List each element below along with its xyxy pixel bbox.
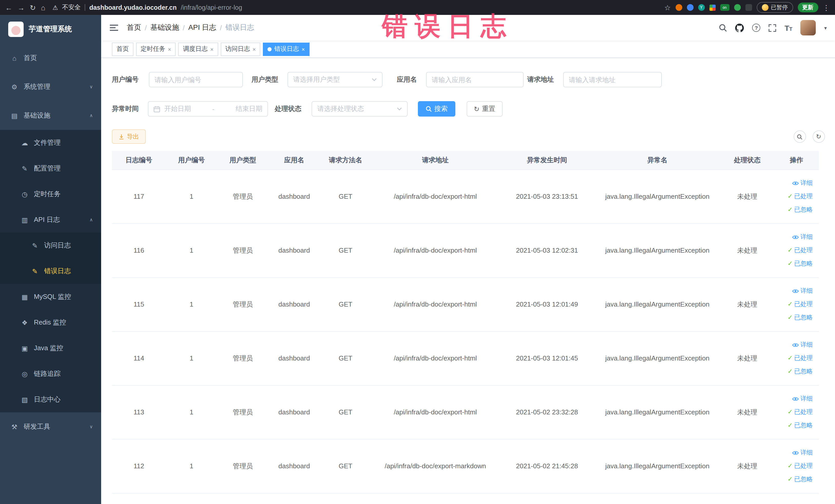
extensions-puzzle-icon[interactable] bbox=[745, 4, 752, 11]
processed-link[interactable]: ✓已处理 bbox=[788, 244, 813, 257]
document-icon: ✎ bbox=[31, 242, 39, 249]
detail-link[interactable]: 详细 bbox=[792, 338, 813, 351]
user-id-input[interactable] bbox=[155, 76, 237, 83]
tab-scheduled-tasks[interactable]: 定时任务 × bbox=[136, 42, 176, 56]
github-icon[interactable] bbox=[735, 23, 744, 32]
date-range-picker[interactable]: 开始日期 - 结束日期 bbox=[148, 101, 268, 117]
tab-dispatch-log[interactable]: 调度日志 × bbox=[178, 42, 218, 56]
app-name-input[interactable] bbox=[432, 76, 518, 83]
security-label[interactable]: 不安全 bbox=[62, 3, 81, 12]
close-icon[interactable]: × bbox=[210, 46, 213, 52]
extension-icon-teal[interactable]: Y bbox=[698, 4, 705, 11]
back-icon[interactable]: ← bbox=[5, 4, 12, 11]
sidebar-item-api-logs[interactable]: ▥ API 日志 ∧ bbox=[0, 207, 101, 233]
profile-paused-chip[interactable]: 已暂停 bbox=[756, 2, 793, 13]
search-button[interactable]: 搜索 bbox=[418, 101, 455, 117]
sidebar-item-error-log[interactable]: ✎ 错误日志 bbox=[0, 258, 101, 284]
request-url-field[interactable] bbox=[563, 72, 662, 87]
font-size-icon[interactable]: TT bbox=[785, 23, 792, 32]
processed-link[interactable]: ✓已处理 bbox=[788, 460, 813, 472]
tab-error-log[interactable]: 错误日志 × bbox=[263, 42, 309, 56]
chevron-up-icon: ∧ bbox=[89, 113, 93, 118]
processed-link[interactable]: ✓已处理 bbox=[788, 352, 813, 365]
extension-icon-orange[interactable] bbox=[675, 4, 682, 11]
forward-icon[interactable]: → bbox=[18, 4, 25, 11]
hamburger-icon[interactable] bbox=[109, 24, 119, 31]
toggle-search-button[interactable] bbox=[793, 130, 806, 143]
tab-home[interactable]: 首页 bbox=[112, 42, 134, 56]
url-path[interactable]: /infra/log/api-error-log bbox=[181, 4, 242, 11]
sidebar-item-home[interactable]: ⌂ 首页 bbox=[0, 44, 101, 73]
ignored-link[interactable]: ✓已忽略 bbox=[788, 257, 813, 270]
sidebar-item-dev-tools[interactable]: ⚒ 研发工具 ∨ bbox=[0, 412, 101, 441]
reload-icon[interactable]: ↻ bbox=[30, 4, 36, 11]
col-method: 请求方法名 bbox=[320, 151, 371, 169]
infrastructure-submenu: ☁ 文件管理 ✎ 配置管理 ◷ 定时任务 ▥ API 日志 ∧ ✎ bbox=[0, 130, 101, 412]
filter-row-2: 异常时间 开始日期 - 结束日期 处理状态 请选择处理状态 搜索 bbox=[112, 101, 835, 117]
infrastructure-icon: ▤ bbox=[10, 112, 19, 119]
processed-link[interactable]: ✓已处理 bbox=[788, 298, 813, 311]
database-icon: ▦ bbox=[21, 293, 29, 301]
sidebar-item-file-management[interactable]: ☁ 文件管理 bbox=[0, 130, 101, 156]
reset-button[interactable]: ↻ 重置 bbox=[467, 101, 503, 117]
table-row: 115 1 管理员 dashboard GET /api/infra/db-do… bbox=[112, 277, 819, 331]
close-icon[interactable]: × bbox=[302, 46, 305, 52]
extension-icon-green[interactable] bbox=[734, 4, 740, 11]
close-icon[interactable]: × bbox=[252, 46, 256, 52]
kebab-menu-icon[interactable]: ⋮ bbox=[823, 4, 830, 11]
bookmark-star-icon[interactable]: ☆ bbox=[664, 4, 671, 11]
user-id-field[interactable] bbox=[149, 72, 243, 87]
processed-link[interactable]: ✓已处理 bbox=[788, 406, 813, 419]
fullscreen-icon[interactable] bbox=[769, 24, 776, 32]
download-icon bbox=[119, 134, 124, 139]
update-chip[interactable]: 更新 bbox=[797, 3, 818, 12]
caret-down-icon[interactable]: ▾ bbox=[824, 25, 827, 31]
process-status-select[interactable]: 请选择处理状态 bbox=[312, 101, 408, 117]
breadcrumb-item[interactable]: API 日志 bbox=[188, 23, 217, 32]
export-button[interactable]: 导出 bbox=[112, 129, 146, 144]
sidebar-item-scheduled-tasks[interactable]: ◷ 定时任务 bbox=[0, 181, 101, 207]
url-host[interactable]: dashboard.yudao.iocoder.cn bbox=[89, 4, 177, 11]
detail-link[interactable]: 详细 bbox=[792, 284, 813, 297]
detail-link[interactable]: 详细 bbox=[792, 230, 813, 243]
app-name-field[interactable] bbox=[426, 72, 524, 87]
sidebar-item-mysql-monitor[interactable]: ▦ MySQL 监控 bbox=[0, 284, 101, 310]
ignored-link[interactable]: ✓已忽略 bbox=[788, 473, 813, 486]
detail-link[interactable]: 详细 bbox=[792, 177, 813, 189]
table-toolbar: 导出 ↻ bbox=[112, 129, 835, 144]
detail-link[interactable]: 详细 bbox=[792, 446, 813, 459]
request-url-input[interactable] bbox=[569, 76, 656, 83]
col-actions: 操作 bbox=[774, 151, 819, 169]
sidebar-item-java-monitor[interactable]: ▣ Java 监控 bbox=[0, 335, 101, 361]
ignored-link[interactable]: ✓已忽略 bbox=[788, 311, 813, 324]
sidebar-item-redis-monitor[interactable]: ❖ Redis 监控 bbox=[0, 310, 101, 335]
user-avatar[interactable] bbox=[801, 20, 816, 36]
address-bar[interactable]: ⚠ 不安全 dashboard.yudao.iocoder.cn/infra/l… bbox=[53, 3, 659, 12]
tab-access-log[interactable]: 访问日志 × bbox=[221, 42, 261, 56]
ignored-link[interactable]: ✓已忽略 bbox=[788, 419, 813, 432]
close-icon[interactable]: × bbox=[168, 46, 171, 52]
sidebar-item-access-log[interactable]: ✎ 访问日志 bbox=[0, 233, 101, 258]
ignored-link[interactable]: ✓已忽略 bbox=[788, 365, 813, 378]
end-date-placeholder[interactable]: 结束日期 bbox=[236, 104, 262, 114]
refresh-button[interactable]: ↻ bbox=[812, 130, 825, 143]
extension-icon-grid[interactable] bbox=[709, 4, 715, 11]
detail-link[interactable]: 详细 bbox=[792, 392, 813, 405]
start-date-placeholder[interactable]: 开始日期 bbox=[164, 104, 191, 114]
sidebar-item-config-management[interactable]: ✎ 配置管理 bbox=[0, 156, 101, 181]
search-icon[interactable] bbox=[719, 24, 727, 32]
help-icon[interactable]: ? bbox=[752, 24, 760, 32]
breadcrumb-item[interactable]: 首页 bbox=[127, 23, 141, 32]
col-status: 处理状态 bbox=[720, 151, 774, 169]
extension-icon-blue[interactable] bbox=[687, 4, 693, 11]
home-icon[interactable]: ⌂ bbox=[41, 4, 45, 11]
ignored-link[interactable]: ✓已忽略 bbox=[788, 203, 813, 216]
processed-link[interactable]: ✓已处理 bbox=[788, 190, 813, 203]
sidebar-item-trace[interactable]: ◎ 链路追踪 bbox=[0, 361, 101, 387]
user-type-select[interactable]: 请选择用户类型 bbox=[287, 72, 383, 87]
sidebar-item-system-management[interactable]: ⚙ 系统管理 ∨ bbox=[0, 73, 101, 101]
breadcrumb-item[interactable]: 基础设施 bbox=[150, 23, 179, 32]
sidebar-item-infrastructure[interactable]: ▤ 基础设施 ∧ bbox=[0, 101, 101, 130]
sidebar-item-log-center[interactable]: ▧ 日志中心 bbox=[0, 387, 101, 412]
extension-on-badge[interactable]: on bbox=[720, 4, 729, 11]
